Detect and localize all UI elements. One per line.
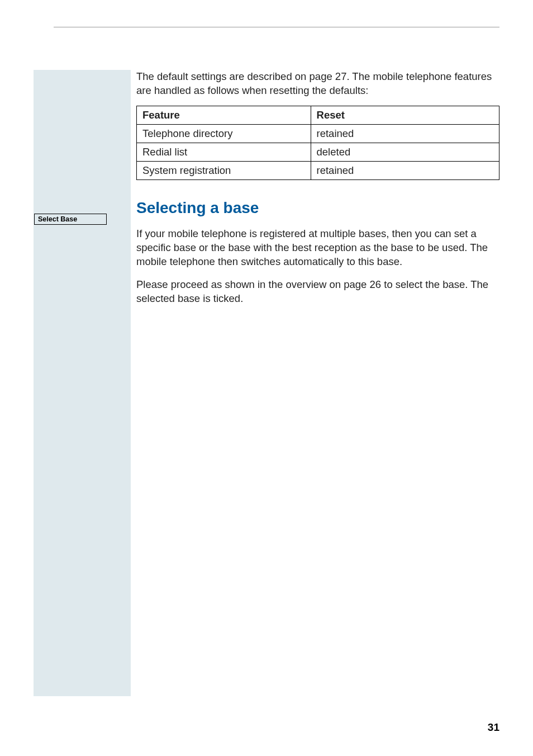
select-base-sidebar-label: Select Base	[34, 214, 107, 225]
body-paragraph-1: If your mobile telephone is registered a…	[136, 227, 499, 269]
section-heading-selecting-base: Selecting a base	[136, 199, 499, 217]
table-cell-reset: retained	[311, 161, 499, 179]
sidebar-column: Select Base	[34, 70, 131, 696]
table-cell-feature: Redial list	[137, 143, 311, 161]
body-paragraph-2: Please proceed as shown in the overview …	[136, 278, 499, 306]
table-header-row: Feature Reset	[137, 106, 499, 124]
intro-paragraph: The default settings are described on pa…	[136, 70, 499, 98]
table-row: Telephone directory retained	[137, 124, 499, 143]
table-row: Redial list deleted	[137, 143, 499, 161]
table-cell-feature: Telephone directory	[137, 124, 311, 143]
header-rule	[54, 27, 499, 27]
table-header-feature: Feature	[137, 106, 311, 124]
table-cell-reset: deleted	[311, 143, 499, 161]
main-column: The default settings are described on pa…	[131, 70, 499, 315]
reset-defaults-table: Feature Reset Telephone directory retain…	[136, 106, 499, 180]
table-cell-reset: retained	[311, 124, 499, 143]
content-row: Select Base The default settings are des…	[34, 70, 499, 696]
table-cell-feature: System registration	[137, 161, 311, 179]
table-header-reset: Reset	[311, 106, 499, 124]
page-number: 31	[488, 721, 499, 734]
table-row: System registration retained	[137, 161, 499, 179]
